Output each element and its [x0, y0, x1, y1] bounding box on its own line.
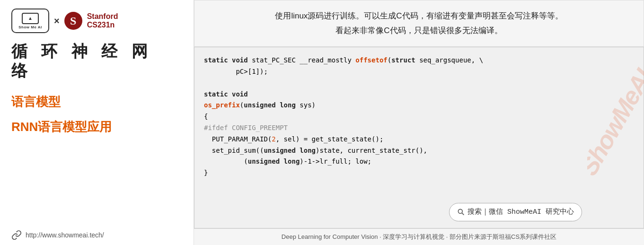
sidebar: ▲ Show Me AI × S Stanford CS231n 循 环 神 经…: [0, 0, 194, 245]
stanford-line1: Stanford: [87, 12, 118, 21]
footer-text: Deep Learning for Computer Vision · 深度学习…: [282, 233, 556, 240]
screen-icon: ▲: [22, 13, 39, 24]
stanford-text: Stanford CS231n: [87, 12, 118, 29]
stanford-logo-group: S Stanford CS231n: [64, 12, 118, 30]
footer-link[interactable]: http://www.showmeai.tech/: [11, 230, 104, 240]
stanford-line2: CS231n: [87, 21, 115, 29]
showmeai-brand-text: Show Me AI: [18, 25, 42, 29]
code-block: static void stat_PC_SEC __read_mostly of…: [194, 47, 644, 228]
showmeai-logo: ▲ Show Me AI: [11, 9, 49, 33]
main-title: 循 环 神 经 网 络: [11, 42, 182, 80]
svg-point-0: [458, 210, 462, 214]
section2-label: RNN语言模型应用: [11, 119, 112, 135]
x-separator: ×: [54, 16, 60, 26]
description-box: 使用linux源码进行训练。可以生成C代码，有缩进有变量声明甚至会写注释等等。 …: [194, 0, 644, 47]
link-icon: [11, 230, 22, 240]
footer-url: http://www.showmeai.tech/: [26, 231, 104, 239]
section1-label: 语言模型: [11, 94, 61, 110]
svg-line-1: [462, 213, 464, 215]
search-bar-label: 搜索｜微信 ShowMeAI 研究中心: [468, 206, 574, 219]
description-line1: 使用linux源码进行训练。可以生成C代码，有缩进有变量声明甚至会写注释等等。: [210, 9, 628, 24]
stanford-s-logo: S: [64, 12, 82, 30]
description-line2: 看起来非常像C代码，只是错误很多无法编译。: [210, 24, 628, 38]
search-bar[interactable]: 搜索｜微信 ShowMeAI 研究中心: [449, 203, 582, 222]
code-content: static void stat_PC_SEC __read_mostly of…: [204, 55, 634, 179]
logo-row: ▲ Show Me AI × S Stanford CS231n: [11, 9, 118, 33]
footer-bar: Deep Learning for Computer Vision · 深度学习…: [194, 228, 644, 245]
main-content: ShowMeAI 使用linux源码进行训练。可以生成C代码，有缩进有变量声明甚…: [194, 0, 644, 245]
search-icon: [457, 208, 465, 216]
